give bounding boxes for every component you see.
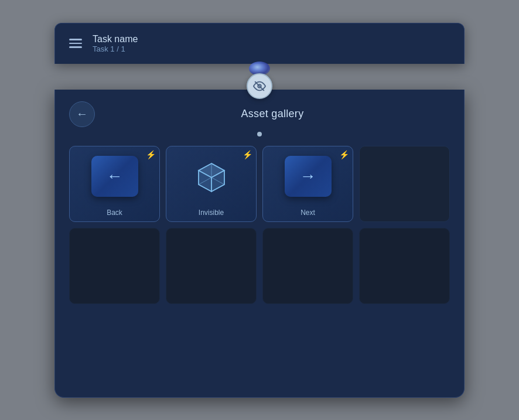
left-arrow-icon: ← [107, 167, 123, 186]
task-info: Task name Task 1 / 1 [93, 34, 138, 53]
lightning-icon-next: ⚡ [339, 150, 349, 159]
next-label: Next [301, 209, 315, 217]
eye-button[interactable] [247, 73, 272, 99]
connector-area [54, 64, 465, 90]
asset-empty-7 [262, 228, 353, 304]
page-dot [257, 132, 262, 136]
menu-icon[interactable] [69, 39, 82, 48]
gallery-panel: ← Asset gallery ⚡ ← Back ⚡ [54, 90, 465, 398]
back-arrow-icon: ← [76, 107, 88, 121]
gallery-title: Asset gallery [95, 108, 450, 120]
task-name: Task name [93, 34, 138, 45]
gallery-back-button[interactable]: ← [69, 101, 95, 127]
eye-icon [253, 80, 266, 93]
asset-empty-5 [69, 228, 160, 304]
dot-indicator [69, 132, 450, 136]
asset-grid: ⚡ ← Back ⚡ [69, 146, 450, 304]
asset-empty-4 [359, 146, 450, 222]
right-arrow-icon: → [300, 167, 316, 186]
task-panel: Task name Task 1 / 1 [54, 23, 465, 64]
invisible-label: Invisible [199, 209, 224, 217]
eye-button-wrapper [247, 59, 272, 99]
asset-next[interactable]: ⚡ → Next [262, 146, 353, 222]
asset-back[interactable]: ⚡ ← Back [69, 146, 160, 222]
asset-empty-6 [166, 228, 257, 304]
asset-empty-8 [359, 228, 450, 304]
asset-invisible[interactable]: ⚡ Invisible [166, 146, 257, 222]
next-card: → [285, 156, 332, 197]
task-progress: Task 1 / 1 [93, 45, 138, 53]
back-card: ← [91, 156, 138, 197]
lightning-icon-invisible: ⚡ [243, 150, 252, 159]
lightning-icon-back: ⚡ [146, 150, 156, 159]
gallery-header: ← Asset gallery [69, 101, 450, 127]
cube-icon [194, 159, 229, 194]
back-label: Back [107, 209, 122, 217]
